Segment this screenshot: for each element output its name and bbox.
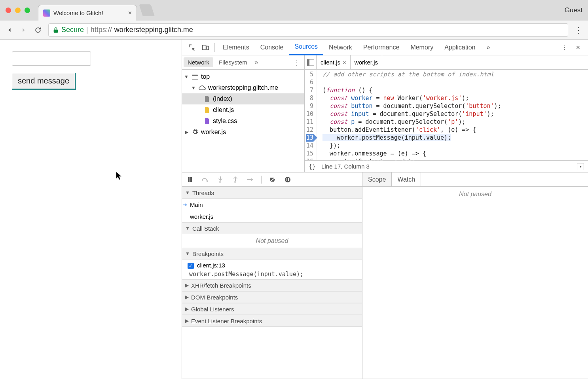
tab-close-icon[interactable]: × [128,9,132,17]
lock-icon [53,27,59,33]
tab-application[interactable]: Application [439,40,481,55]
step-over-button[interactable] [201,176,209,184]
minimize-window-button[interactable] [15,8,21,13]
device-toolbar-button[interactable] [199,41,212,54]
file-label: style.css [213,117,237,125]
tree-file-index[interactable]: (index) [182,93,304,104]
js-file-icon [203,106,211,114]
tree-file-clientjs[interactable]: client.js [182,104,304,116]
navigator-menu-button[interactable]: ⋮ [291,58,303,67]
section-breakpoints[interactable]: ▼Breakpoints [182,248,362,260]
thread-main[interactable]: Main [182,199,362,210]
sources-navigator: Network Filesystem » ⋮ ▼ top ▼ workerste… [182,55,305,172]
section-event-listener-breakpoints[interactable]: ▶Event Listener Breakpoints [182,315,362,327]
send-message-button[interactable]: send message [12,73,76,90]
reload-button[interactable] [34,26,42,34]
breakpoint-label: client.js:13 [197,262,225,269]
tree-worker[interactable]: ▶ worker.js [182,127,304,138]
scope-panel: Scope Watch Not paused [362,172,588,379]
tree-file-stylecss[interactable]: style.css [182,116,304,127]
tab-elements[interactable]: Elements [217,40,255,55]
browser-tab-strip: Welcome to Glitch! × Guest [0,0,588,21]
svg-rect-6 [188,177,190,182]
forward-button[interactable] [20,26,28,34]
devtools-close-button[interactable]: ✕ [571,41,585,54]
source-editor: client.js × worker.js 567891011121314151… [305,55,588,172]
breakpoint-item[interactable]: ✓client.js:13 worker.postMessage(input.v… [182,260,362,279]
page-viewport: send message [0,40,182,379]
tabs-overflow-button[interactable]: » [481,40,495,55]
url-protocol: https:// [91,26,112,34]
tab-console[interactable]: Console [255,40,289,55]
checkbox-icon[interactable]: ✓ [188,263,194,269]
breakpoint-code: worker.postMessage(input.value); [188,269,359,278]
step-out-button[interactable] [231,176,239,184]
cursor-position: Line 17, Column 3 [321,163,370,170]
svg-rect-2 [192,74,198,80]
browser-tab[interactable]: Welcome to Glitch! × [38,5,137,21]
tree-worker-label: worker.js [201,129,226,136]
new-tab-button[interactable] [139,4,155,16]
tree-top[interactable]: ▼ top [182,71,304,82]
pause-button[interactable] [186,176,194,184]
file-label: (index) [213,95,232,102]
window-controls [0,8,36,13]
message-input[interactable] [12,51,91,66]
svg-point-12 [285,177,290,182]
frame-icon [192,73,199,80]
cloud-icon [199,84,206,91]
favicon-icon [43,9,50,17]
scope-tab[interactable]: Scope [362,172,392,186]
inspect-element-button[interactable] [185,41,199,54]
tab-sources[interactable]: Sources [289,40,323,55]
close-window-button[interactable] [6,8,11,13]
maximize-window-button[interactable] [25,8,30,13]
svg-rect-14 [288,178,289,181]
section-xhr-breakpoints[interactable]: ▶XHR/fetch Breakpoints [182,279,362,291]
deactivate-breakpoints-button[interactable] [269,176,277,184]
browser-menu-button[interactable]: ⋮ [575,25,582,35]
close-icon[interactable]: × [343,59,346,66]
section-callstack[interactable]: ▼Call Stack [182,222,362,234]
svg-point-10 [234,181,236,183]
editor-tab-clientjs[interactable]: client.js × [317,55,351,69]
section-threads[interactable]: ▼Threads [182,187,362,199]
callstack-not-paused: Not paused [182,234,362,248]
devtools-panel: Elements Console Sources Network Perform… [182,40,588,379]
section-dom-breakpoints[interactable]: ▶DOM Breakpoints [182,291,362,303]
tree-domain[interactable]: ▼ workerstepping.glitch.me [182,82,304,93]
editor-tab-workerjs[interactable]: worker.js [351,55,382,69]
back-button[interactable] [6,26,13,34]
scope-not-paused: Not paused [362,187,588,379]
svg-rect-5 [307,59,309,66]
tab-network[interactable]: Network [323,40,358,55]
tab-title: Welcome to Glitch! [53,9,103,16]
address-bar[interactable]: Secure | https://workerstepping.glitch.m… [48,23,568,37]
url-host: workerstepping.glitch.me [114,26,193,34]
profile-label[interactable]: Guest [565,6,582,14]
secure-label: Secure [61,26,84,34]
tree-top-label: top [201,73,210,80]
address-bar-row: Secure | https://workerstepping.glitch.m… [0,21,588,40]
svg-point-8 [207,180,208,182]
navigator-tab-network[interactable]: Network [184,57,213,67]
debugger-sidebar: ▼Threads Main worker.js ▼Call Stack Not … [182,172,362,379]
toggle-navigator-button[interactable] [305,55,317,69]
code-area[interactable]: 56789101112131415161718 // add other scr… [305,70,588,160]
watch-tab[interactable]: Watch [392,172,421,186]
devtools-tab-bar: Elements Console Sources Network Perform… [182,40,588,55]
devtools-menu-button[interactable]: ⋮ [558,41,571,54]
tab-performance[interactable]: Performance [358,40,405,55]
step-button[interactable] [246,176,254,184]
step-into-button[interactable] [216,176,224,184]
coverage-toggle-button[interactable]: ▾ [577,163,584,170]
editor-tab-label: worker.js [355,59,378,66]
section-global-listeners[interactable]: ▶Global Listeners [182,303,362,315]
pretty-print-button[interactable]: {} [309,163,316,170]
navigator-overflow-button[interactable]: » [253,58,260,66]
navigator-tab-filesystem[interactable]: Filesystem [215,57,251,67]
tab-memory[interactable]: Memory [405,40,439,55]
thread-worker[interactable]: worker.js [182,210,362,222]
css-file-icon [203,117,211,125]
pause-on-exceptions-button[interactable] [284,176,292,184]
